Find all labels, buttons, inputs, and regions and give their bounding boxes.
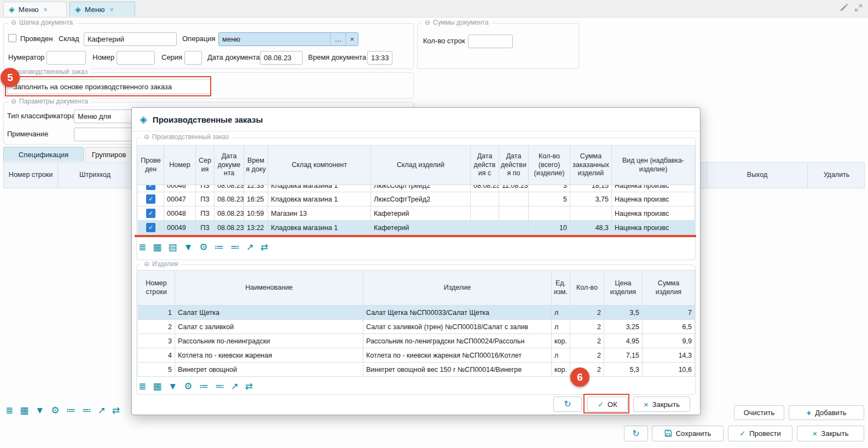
order-row[interactable]: ✓ 00047 ПЗ 08.08.23 16:25 Кладовка магаз… — [138, 192, 695, 206]
dialog-title: Производственные заказы — [153, 115, 263, 124]
close-tab-icon[interactable]: × — [43, 5, 48, 14]
number-field[interactable] — [117, 51, 155, 65]
col-header[interactable]: Склад компонент — [268, 146, 371, 185]
col-header[interactable]: Кол-во — [570, 271, 604, 306]
col-header[interactable]: Номер строки — [138, 271, 175, 306]
col-header[interactable]: Время доку — [244, 146, 268, 185]
tab-menu-1[interactable]: ◈ Меню × — [3, 2, 67, 16]
numerator-field[interactable] — [47, 51, 86, 65]
series-field[interactable] — [184, 51, 202, 65]
collapse-icon[interactable]: ⊖ — [144, 260, 149, 268]
open-external-icon[interactable]: ↗ — [230, 382, 238, 391]
close-tab-icon[interactable]: × — [109, 5, 114, 14]
expand-icon[interactable] — [854, 4, 863, 14]
col-header[interactable]: Дата документа — [215, 146, 244, 185]
clear-button[interactable]: Очистить — [734, 405, 784, 420]
swap-icon[interactable]: ⇄ — [261, 243, 268, 252]
add-rows-icon[interactable]: ≕ — [230, 243, 239, 252]
col-header[interactable]: Дата действия с — [471, 146, 499, 185]
col-line-number[interactable]: Номер строки — [4, 163, 57, 188]
close-button[interactable]: × Закрыть — [797, 426, 864, 441]
order-row[interactable]: ✓ 00048 ПЗ 08.08.23 10:59 Магазин 13 Каф… — [138, 206, 695, 221]
rows-count-label: Кол-во строк — [423, 37, 465, 45]
save-button[interactable]: Сохранить — [652, 426, 724, 441]
grid-view-icon[interactable]: ▦ — [153, 382, 161, 391]
close-icon: × — [813, 429, 818, 438]
col-header[interactable]: Кол-во (всего) (изделие) — [529, 146, 570, 185]
order-row[interactable]: ✓ 00046 ПЗ 08.08.23 12:33 Кладовка магаз… — [138, 185, 695, 192]
row-checkbox[interactable]: ✓ — [146, 223, 155, 232]
numbered-list-icon[interactable]: ≔ — [66, 406, 75, 415]
col-header[interactable]: Наименование — [175, 271, 363, 306]
product-row[interactable]: 2 Салат с заливкой Салат с заливкой (тре… — [138, 320, 695, 334]
row-checkbox[interactable]: ✓ — [146, 209, 155, 218]
list-view-icon[interactable]: ≣ — [5, 406, 13, 415]
col-header[interactable]: Номер — [164, 146, 196, 185]
col-header[interactable]: Склад изделий — [371, 146, 471, 185]
col-delete[interactable]: Удалить — [807, 163, 865, 188]
order-row-selected[interactable]: ✓ 00049 ПЗ 08.08.23 13:22 Кладовка магаз… — [138, 221, 695, 235]
clear-icon[interactable]: × — [345, 33, 358, 45]
edit-pencil-icon[interactable] — [839, 3, 849, 14]
col-header[interactable]: Вид цен (надбавка-изделие) — [612, 146, 695, 185]
tab-menu-2[interactable]: ◈ Меню × — [70, 2, 135, 16]
product-row[interactable]: 4 Котлета по - киевски жареная Котлета п… — [138, 348, 695, 363]
col-header[interactable]: Дата действия по — [499, 146, 529, 185]
col-header[interactable]: Серия — [196, 146, 215, 185]
row-checkbox[interactable]: ✓ — [146, 194, 155, 204]
product-row[interactable]: 5 Винегрет овощной Винегрет овощной вес … — [138, 363, 695, 377]
open-external-icon[interactable]: ↗ — [97, 406, 105, 415]
collapse-icon[interactable]: ⊖ — [11, 97, 16, 105]
dialog-close-button[interactable]: × Закрыть — [633, 397, 690, 412]
note-field[interactable] — [74, 128, 135, 141]
col-barcode[interactable]: Штрихкод — [57, 163, 132, 188]
swap-icon[interactable]: ⇄ — [245, 382, 253, 391]
settings-gear-icon[interactable]: ⚙ — [51, 406, 59, 415]
operation-combo[interactable]: меню … × — [218, 32, 358, 46]
filter-icon[interactable]: ▼ — [35, 406, 44, 415]
dialog-refresh-button[interactable]: ↻ — [553, 397, 582, 412]
doc-date-field[interactable]: 08.08.23 — [260, 51, 303, 65]
swap-icon[interactable]: ⇄ — [112, 406, 120, 415]
list-view-icon[interactable]: ≣ — [138, 243, 146, 252]
list-view-icon[interactable]: ≣ — [138, 382, 146, 391]
doc-time-field[interactable]: 13:33 — [367, 51, 392, 65]
rows-count-field[interactable] — [468, 35, 513, 48]
warehouse-field[interactable]: Кафетерий — [84, 32, 177, 46]
collapse-icon[interactable]: ⊖ — [144, 133, 149, 141]
ellipsis-icon[interactable]: … — [330, 33, 345, 45]
posted-checkbox[interactable] — [8, 34, 16, 42]
add-rows-icon[interactable]: ≕ — [82, 406, 91, 415]
grid-view-icon[interactable]: ▦ — [153, 243, 161, 252]
classifier-type-field[interactable]: Меню для — [74, 110, 135, 123]
numbered-list-icon[interactable]: ≔ — [214, 243, 223, 252]
grid-view-icon[interactable]: ▦ — [20, 406, 28, 415]
col-header[interactable]: Проведен — [138, 146, 164, 185]
collapse-icon[interactable]: ⊖ — [425, 19, 430, 26]
filter-icon[interactable]: ▼ — [183, 243, 193, 252]
col-header[interactable]: Ед. изм. — [552, 271, 570, 306]
refresh-button[interactable]: ↻ — [624, 426, 648, 441]
col-header[interactable]: Цена изделия — [604, 271, 643, 306]
add-rows-icon[interactable]: ≕ — [215, 382, 224, 391]
product-row[interactable]: 3 Рассольник по-ленинградски Рассольник … — [138, 334, 695, 348]
settings-gear-icon[interactable]: ⚙ — [199, 243, 207, 252]
settings-gear-icon[interactable]: ⚙ — [184, 382, 192, 391]
product-row-selected[interactable]: 1 Салат Щетка Салат Щетка №СП00033/Салат… — [138, 306, 695, 320]
tab-specification[interactable]: Спецификация — [3, 147, 84, 162]
col-output[interactable]: Выход — [707, 163, 807, 188]
col-header[interactable]: Сумма заказанных изделий — [570, 146, 612, 185]
annotation-step-6: 6 — [570, 367, 589, 387]
open-external-icon[interactable]: ↗ — [246, 243, 253, 252]
row-checkbox[interactable]: ✓ — [146, 185, 155, 191]
group-legend: ⊖ Производственный заказ — [141, 133, 232, 141]
tab-grouping[interactable]: Группиров — [85, 147, 133, 162]
numbered-list-icon[interactable]: ≔ — [199, 382, 208, 391]
add-button[interactable]: + Добавить — [789, 405, 864, 420]
collapse-icon[interactable]: ⊖ — [11, 19, 16, 26]
col-header[interactable]: Изделие — [363, 271, 552, 306]
calendar-icon[interactable]: ▤ — [168, 243, 177, 252]
post-button[interactable]: ✓ Провести — [728, 426, 792, 441]
filter-icon[interactable]: ▼ — [168, 382, 177, 391]
col-header[interactable]: Сумма изделия — [643, 271, 695, 306]
